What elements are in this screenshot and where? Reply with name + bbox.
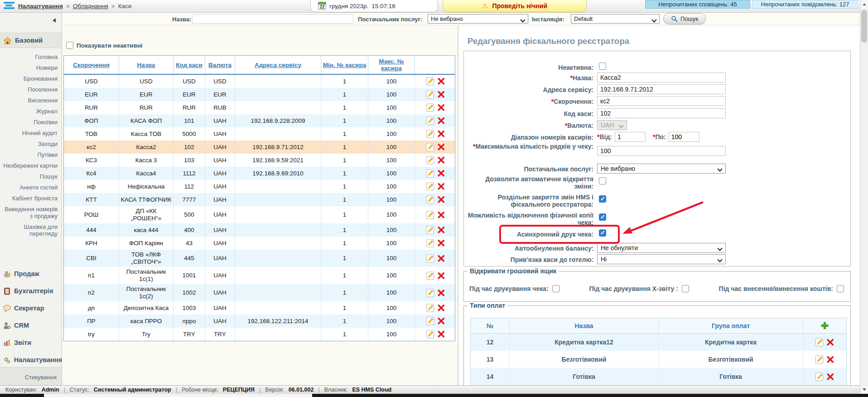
edit-icon[interactable]: [426, 103, 434, 112]
unread-messages-badge[interactable]: Непрочитаних повідомлень: 127: [752, 0, 858, 9]
edit-icon[interactable]: [426, 143, 434, 151]
sidebar-item[interactable]: Журнал: [3, 108, 58, 115]
app-logo-icon[interactable]: [4, 2, 15, 11]
delete-icon[interactable]: [437, 156, 445, 165]
register-row[interactable]: ПР каса ПРРО прро UAH 192.168.122.211:20…: [64, 315, 455, 328]
sidebar-item[interactable]: Путівки: [3, 151, 58, 158]
sidebar-item[interactable]: Нічний аудит: [3, 130, 58, 136]
night-audit-warning-button[interactable]: ⚠ Проведіть нічний: [443, 0, 587, 12]
delete-icon[interactable]: [437, 239, 445, 247]
show-inactive-checkbox[interactable]: [66, 42, 73, 49]
edit-icon[interactable]: [815, 373, 824, 381]
register-row[interactable]: нф Нефіскальна 112 UAH 1 100: [64, 180, 455, 193]
sidebar-section-secretary[interactable]: Секретар: [0, 303, 62, 314]
register-row[interactable]: try Try TRY TRY 1 100: [64, 328, 455, 341]
sidebar-item[interactable]: Анкети гостей: [3, 184, 58, 191]
delete-icon[interactable]: [437, 271, 445, 280]
register-row[interactable]: ФОП КАСА ФОП 101 UAH 192.168.9.228:2009 …: [64, 114, 455, 127]
register-row[interactable]: RUR RUR RUR RUB 1 100: [64, 101, 455, 114]
scroll-up-button[interactable]: [861, 0, 868, 8]
sidebar-item[interactable]: Номери: [3, 64, 58, 71]
sidebar-item[interactable]: Головна: [3, 53, 58, 60]
payment-column-group[interactable]: Група оплат: [659, 318, 803, 333]
register-row[interactable]: 444 каса 444 400 UAH 1 100: [64, 223, 455, 237]
async-print-checkbox[interactable]: [599, 229, 606, 237]
register-row[interactable]: кс2 Касса2 102 UAH 192.168.9.71:2012 1 1…: [64, 140, 455, 154]
code-input[interactable]: [597, 108, 726, 118]
sidebar-item[interactable]: Бронювання: [3, 75, 58, 82]
name-input[interactable]: [597, 73, 726, 82]
edit-icon[interactable]: [426, 90, 434, 99]
scroll-down-button[interactable]: [861, 386, 868, 393]
edit-icon[interactable]: [426, 116, 434, 125]
edit-icon[interactable]: [426, 156, 434, 165]
sidebar-item[interactable]: Незбережені картки: [3, 162, 58, 169]
payment-row[interactable]: 12 Кредитна картка12 Кредитна картка: [471, 334, 846, 351]
edit-icon[interactable]: [815, 338, 824, 347]
register-row[interactable]: КРН ФОП Каріян 43 UAH 1 100: [64, 237, 455, 250]
column-header-min-cashier[interactable]: Мін. № касира: [321, 56, 368, 74]
address-input[interactable]: [597, 84, 726, 94]
sidebar-section-reports[interactable]: Звіти: [0, 337, 62, 348]
edit-icon[interactable]: [426, 271, 434, 280]
register-row[interactable]: КТТ КАСА ТТФОПЧИК 7777 UAH 1 100: [64, 193, 455, 206]
register-row[interactable]: дп Депозитна Каса 1003 UAH 1 100: [64, 301, 455, 315]
filter-name-input[interactable]: [192, 14, 353, 24]
delete-icon[interactable]: [437, 169, 445, 178]
drawer-cash-in-out-checkbox[interactable]: [837, 285, 844, 292]
edit-icon[interactable]: [426, 182, 434, 191]
register-row[interactable]: п1 Постачальник 1с(1) 1001 UAH 1 100: [64, 267, 455, 284]
register-row[interactable]: РОШ ДП «КК „РОШЕН“» 500 UAH 1 100: [64, 206, 455, 223]
register-row[interactable]: КС3 Касса 3 103 UAH 192.168.9.59:2021 1 …: [64, 154, 455, 167]
breadcrumb-settings[interactable]: Налаштування: [18, 3, 63, 10]
edit-icon[interactable]: [426, 304, 434, 312]
page-scrollbar[interactable]: [860, 0, 868, 394]
edit-icon[interactable]: [426, 77, 434, 86]
sidebar-collapse-icon[interactable]: [53, 18, 56, 23]
inactive-checkbox[interactable]: [599, 63, 606, 70]
delete-icon[interactable]: [437, 317, 445, 325]
sidebar-item[interactable]: Кабінет броніста: [3, 195, 58, 202]
search-button[interactable]: Пошук: [663, 13, 706, 24]
sidebar-item-docking[interactable]: Стикування: [0, 368, 62, 381]
sidebar-item[interactable]: Пошук: [3, 173, 58, 180]
edit-icon[interactable]: [815, 355, 824, 364]
delete-icon[interactable]: [437, 182, 445, 191]
sidebar-item[interactable]: Заходи: [3, 140, 58, 147]
hotel-binding-select[interactable]: Ні: [597, 254, 726, 264]
delete-icon[interactable]: [437, 304, 445, 312]
payment-column-number[interactable]: №: [471, 318, 510, 333]
payment-row[interactable]: 14 Готівка Готівка: [471, 368, 846, 385]
edit-icon[interactable]: [426, 254, 434, 263]
delete-icon[interactable]: [437, 143, 445, 151]
sidebar-section-accounting[interactable]: Бухгалтерія: [0, 286, 62, 296]
delete-icon[interactable]: [437, 254, 445, 263]
delete-icon[interactable]: [437, 103, 445, 112]
delete-icon[interactable]: [826, 338, 834, 347]
delete-icon[interactable]: [437, 330, 445, 339]
edit-icon[interactable]: [426, 289, 434, 297]
edit-icon[interactable]: [426, 317, 434, 325]
delete-icon[interactable]: [826, 355, 834, 364]
sidebar-item[interactable]: Виведення номерів з продажу: [3, 206, 58, 219]
delete-icon[interactable]: [437, 226, 445, 234]
delete-icon[interactable]: [437, 90, 445, 99]
filter-provider-select[interactable]: Не вибрано: [428, 14, 528, 24]
edit-icon[interactable]: [426, 330, 434, 339]
delete-icon[interactable]: [437, 289, 445, 297]
sidebar-section-base[interactable]: Базовий: [0, 33, 62, 48]
register-row[interactable]: ТОВ Касса ТОВ 5000 UAH 1 100: [64, 127, 455, 140]
edit-icon[interactable]: [426, 239, 434, 247]
edit-icon[interactable]: [426, 169, 434, 178]
delete-icon[interactable]: [437, 195, 445, 204]
edit-icon[interactable]: [426, 211, 434, 219]
delete-icon[interactable]: [437, 130, 445, 138]
delete-icon[interactable]: [437, 211, 445, 219]
delete-icon[interactable]: [826, 373, 834, 381]
sidebar-section-crm[interactable]: CRM: [0, 320, 62, 331]
column-header-code[interactable]: Код каси: [174, 56, 205, 74]
sidebar-section-sales[interactable]: Продаж: [0, 268, 62, 279]
delete-icon[interactable]: [437, 77, 445, 86]
payment-row[interactable]: 13 Безготівковий Безготівковий: [471, 351, 846, 368]
autozero-select[interactable]: Не обнуляти: [597, 243, 726, 253]
